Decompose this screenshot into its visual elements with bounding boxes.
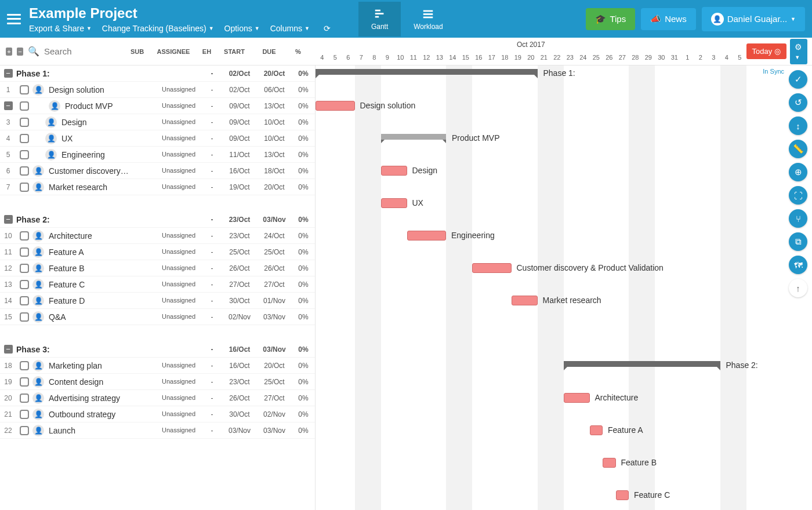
assignee-icon[interactable]: 👤 [32,263,44,274]
day-cell: 28 [629,54,642,61]
task-name[interactable]: Feature D [49,296,129,305]
export-menu[interactable]: Export & Share▼ [29,24,92,33]
task-name[interactable]: Market research [49,183,129,192]
phase-name[interactable]: Phase 1: [16,69,129,78]
task-bar[interactable]: Customer discovery & Product Validation [472,263,512,273]
assignee-icon[interactable]: 👤 [49,100,60,112]
col-header-sub[interactable]: SUB [124,48,150,55]
task-name[interactable]: Content design [49,377,129,387]
options-menu[interactable]: Options▼ [224,24,260,33]
task-bar[interactable]: Design solution [316,101,355,111]
assignee-icon[interactable]: 👤 [45,116,57,128]
tracking-menu[interactable]: Change Tracking (Baselines)▼ [102,24,214,33]
tips-button[interactable]: 🎓Tips [586,8,635,30]
assignee-icon[interactable]: 👤 [32,181,44,193]
task-checkbox[interactable] [20,231,29,241]
assignee-icon[interactable]: 👤 [32,376,44,388]
phase-bar[interactable]: Phase 1: [316,69,538,75]
today-button[interactable]: Today◎ [746,43,787,59]
task-checkbox[interactable] [20,166,29,176]
search-input[interactable] [44,46,119,56]
task-name[interactable]: Architecture [49,231,129,241]
task-bar[interactable]: Feature B [603,458,616,468]
task-name[interactable]: UX [61,134,129,143]
task-checkbox[interactable] [20,410,29,419]
assignee-icon[interactable]: 👤 [32,279,44,290]
col-header-pct[interactable]: % [287,48,310,55]
task-name[interactable]: Design solution [49,85,129,94]
task-checkbox[interactable] [20,377,29,387]
assignee-icon[interactable]: 👤 [32,84,44,96]
task-checkbox[interactable] [20,280,29,289]
phase-bar[interactable]: Phase 2: [564,361,720,367]
assignee-icon[interactable]: 👤 [32,409,44,420]
tab-gantt[interactable]: Gantt [358,2,401,37]
col-header-start[interactable]: START [217,48,252,55]
task-bar[interactable]: Feature A [590,425,603,435]
collapse-button[interactable]: − [4,215,13,224]
assignee-icon[interactable]: 👤 [32,360,44,371]
task-bar[interactable]: Feature C [616,490,629,500]
assignee-icon[interactable]: 👤 [32,311,44,323]
fab-branch-icon[interactable]: ⑂ [789,209,807,228]
col-header-eh[interactable]: EH [197,48,217,55]
task-checkbox[interactable] [20,264,29,273]
collapse-button[interactable]: − [4,69,13,78]
task-checkbox[interactable] [20,426,29,435]
phase-bar[interactable]: Product MVP [381,134,447,140]
day-cell: 26 [603,54,616,61]
task-checkbox[interactable] [20,361,29,370]
assignee-icon[interactable]: 👤 [45,133,57,144]
remove-row-button[interactable]: − [17,48,23,56]
task-bar[interactable]: Design [381,166,407,176]
task-checkbox[interactable] [20,394,29,403]
task-checkbox[interactable] [20,183,29,192]
task-bar[interactable]: Engineering [407,231,447,241]
col-header-due[interactable]: DUE [252,48,287,55]
task-checkbox[interactable] [20,247,29,257]
task-name[interactable]: Advertising strategy [49,394,129,403]
day-cell: 13 [433,54,447,61]
task-checkbox[interactable] [20,312,29,322]
task-bar[interactable]: Market research [512,296,538,305]
news-button[interactable]: 📣News [641,8,696,30]
assignee-icon[interactable]: 👤 [32,295,44,307]
task-name[interactable]: Product MVP [65,101,129,111]
task-name[interactable]: Customer discovery & ... [49,166,129,176]
assignee-icon[interactable]: 👤 [32,246,44,258]
tab-workload[interactable]: Workload [401,2,455,37]
settings-button[interactable]: ⚙ ▼ [790,39,807,64]
user-menu[interactable]: 👤Daniel Guajar...▼ [702,7,805,31]
task-name[interactable]: Q&A [49,312,129,322]
task-checkbox[interactable] [20,101,29,111]
gantt-chart[interactable]: In Sync ✓ ↺ ↕ 📏 ⊕ ⛶ ⑂ ⧉ 🗺 ↑ Phase 1:Desi… [316,65,812,510]
collapse-button[interactable]: − [4,101,13,110]
task-checkbox[interactable] [20,134,29,143]
refresh-icon[interactable]: ⟳ [324,24,331,33]
task-checkbox[interactable] [20,296,29,305]
columns-menu[interactable]: Columns▼ [270,24,310,33]
task-name[interactable]: Marketing plan [49,361,129,370]
task-name[interactable]: Design [61,118,129,127]
assignee-icon[interactable]: 👤 [45,149,57,161]
assignee-icon[interactable]: 👤 [32,425,44,436]
task-checkbox[interactable] [20,85,29,94]
task-name[interactable]: Feature C [49,280,129,289]
menu-icon[interactable] [7,14,21,24]
collapse-button[interactable]: − [4,345,13,354]
assignee-icon[interactable]: 👤 [32,230,44,242]
phase-name[interactable]: Phase 3: [16,345,129,354]
phase-name[interactable]: Phase 2: [16,215,129,224]
task-checkbox[interactable] [20,150,29,159]
task-name[interactable]: Outbound strategy [49,410,129,419]
add-row-button[interactable]: + [6,48,12,56]
col-header-assignee[interactable]: ASSIGNEE [150,48,197,55]
assignee-icon[interactable]: 👤 [32,392,44,404]
task-name[interactable]: Feature B [49,264,129,273]
task-name[interactable]: Engineering [61,150,129,159]
task-bar[interactable]: Architecture [564,393,590,403]
assignee-icon[interactable]: 👤 [32,165,44,177]
task-name[interactable]: Launch [49,426,129,435]
task-name[interactable]: Feature A [49,247,129,257]
task-checkbox[interactable] [20,118,29,127]
